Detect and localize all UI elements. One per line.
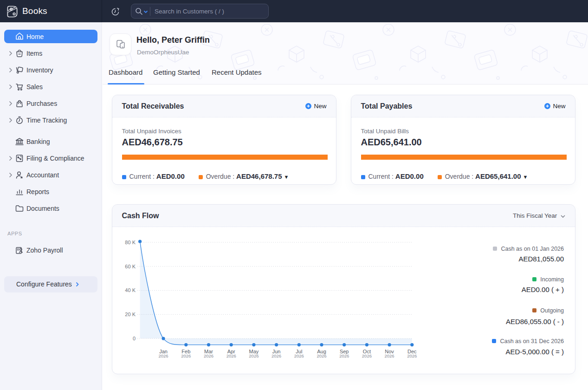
svg-text:2026: 2026: [294, 353, 304, 358]
svg-text:2026: 2026: [226, 353, 236, 358]
svg-text:2026: 2026: [362, 353, 371, 358]
svg-text:0: 0: [132, 336, 135, 341]
svg-text:2026: 2026: [339, 353, 349, 358]
svg-text:2026: 2026: [181, 353, 191, 358]
svg-text:2026: 2026: [249, 353, 258, 358]
svg-text:2026: 2026: [203, 353, 213, 358]
svg-text:80 K: 80 K: [125, 240, 136, 245]
svg-text:40 K: 40 K: [125, 287, 136, 293]
svg-text:2026: 2026: [407, 353, 417, 358]
svg-text:2026: 2026: [317, 353, 326, 358]
svg-text:20 K: 20 K: [125, 312, 136, 317]
svg-text:2026: 2026: [158, 353, 168, 358]
svg-text:2026: 2026: [384, 353, 394, 358]
svg-text:60 K: 60 K: [125, 264, 136, 269]
svg-text:2026: 2026: [271, 353, 281, 358]
